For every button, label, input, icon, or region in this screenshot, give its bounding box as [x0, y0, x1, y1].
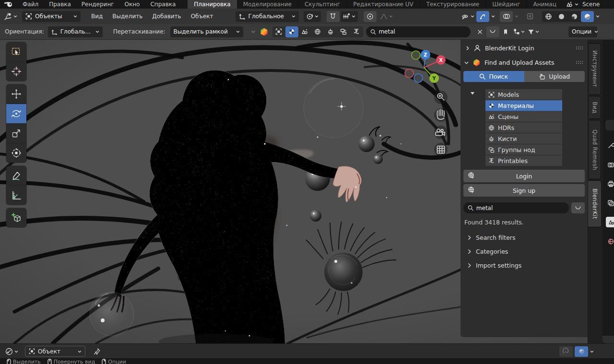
scene-selector[interactable]: Scene [566, 1, 600, 8]
workspace-tab-sculpting[interactable]: Скульптинг [298, 0, 347, 9]
falloff-dropdown[interactable] [378, 11, 395, 22]
asset-type-row-materials[interactable]: Материалы [485, 100, 562, 111]
tab-view[interactable]: Вид [589, 96, 601, 119]
asset-type-models-button[interactable] [272, 26, 285, 37]
tab-upload[interactable]: Upload [524, 71, 585, 82]
asset-type-scenes-button[interactable] [298, 26, 311, 37]
search-input[interactable] [378, 28, 466, 35]
sidebar-search-field[interactable] [463, 202, 569, 213]
asset-type-brushes-button[interactable] [324, 26, 337, 37]
menu-window[interactable]: Окно [119, 0, 145, 9]
asset-type-nodegroups-button[interactable] [337, 26, 350, 37]
properties-tab-output[interactable] [605, 178, 614, 189]
asset-type-row-models[interactable]: Models [485, 89, 562, 100]
chevron-down-icon[interactable] [590, 350, 594, 353]
filter-dropdown[interactable] [528, 29, 539, 35]
proportional-falloff-button[interactable] [559, 346, 573, 357]
signup-button[interactable]: Sign up [463, 184, 585, 197]
asset-type-row-scenes[interactable]: Сцены [485, 111, 562, 122]
menu-edit[interactable]: Правка [44, 0, 76, 9]
zoom-button[interactable] [434, 91, 448, 104]
tool-move[interactable] [6, 84, 26, 104]
bottom-mode-dropdown[interactable]: Объект [25, 346, 85, 357]
tool-transform[interactable] [6, 143, 26, 163]
asset-type-row-brushes[interactable]: Кисти [485, 133, 562, 144]
tool-scale[interactable] [6, 124, 26, 143]
active-shading-button[interactable] [575, 346, 588, 357]
workspace-tab-modeling[interactable]: Моделирование [237, 0, 298, 9]
overlays-toggle[interactable] [500, 11, 513, 22]
visibility-dropdown[interactable] [461, 13, 474, 20]
asset-type-row-hdrs[interactable]: HDRs [485, 122, 562, 133]
workspace-tab-shading[interactable]: Шейдинг [486, 0, 527, 9]
workspace-tab-animation[interactable]: Анимац [527, 0, 562, 9]
properties-tab-tool[interactable] [605, 140, 614, 151]
gizmos-toggle[interactable] [476, 11, 489, 22]
pan-hand-button[interactable] [434, 108, 448, 122]
editor-type-button[interactable] [4, 12, 17, 21]
login-button[interactable]: Login [463, 170, 585, 182]
panel-drag-handle[interactable] [576, 60, 583, 64]
menu-add[interactable]: Добавить [147, 13, 186, 20]
section-categories[interactable]: Categories [467, 248, 508, 255]
tool-3d-cursor[interactable] [6, 62, 26, 81]
workspace-tab-texture[interactable]: Текстурирование [420, 0, 486, 9]
panel-drag-handle[interactable] [576, 46, 583, 50]
properties-tab-scene[interactable] [606, 217, 614, 227]
search-history-button[interactable] [571, 202, 585, 213]
snap-toggle[interactable] [327, 11, 340, 22]
bottom-editor-type-button[interactable] [5, 347, 18, 356]
xray-toggle[interactable] [523, 11, 536, 22]
shading-solid-button[interactable] [555, 11, 568, 22]
chevron-down-icon[interactable] [596, 14, 600, 18]
asset-type-row-nodegroups[interactable]: Группы нод [485, 144, 562, 155]
camera-view-button[interactable] [434, 126, 448, 139]
workspace-tab-uv[interactable]: Редактирование UV [347, 0, 420, 9]
tab-quad-remesh[interactable]: Quad Remesh [589, 120, 601, 179]
properties-tab-world[interactable] [605, 236, 614, 247]
disclosure-triangle-icon[interactable] [470, 91, 475, 95]
panel-blenderkit-login[interactable]: BlenderKit Login [460, 43, 588, 53]
chevron-down-icon[interactable] [491, 14, 495, 18]
properties-tab-render[interactable] [605, 159, 614, 170]
hierarchy-dropdown[interactable] [513, 28, 525, 35]
transform-orientation-dropdown[interactable]: Глобальное [236, 11, 299, 22]
asset-type-row-printables[interactable]: Printables [485, 155, 562, 166]
tool-annotate[interactable] [6, 166, 26, 186]
menu-help[interactable]: Справка [145, 0, 181, 9]
options-dropdown[interactable]: Опции [568, 26, 597, 37]
tool-add-cube[interactable] [6, 208, 26, 227]
tool-rotate[interactable] [6, 104, 26, 124]
shading-rendered-button[interactable] [581, 11, 594, 22]
grid-ortho-button[interactable] [434, 143, 448, 156]
chevron-down-icon[interactable] [515, 14, 519, 18]
search-curve-button[interactable] [486, 26, 499, 37]
shading-wireframe-button[interactable] [542, 11, 555, 22]
workspace-tab-layout[interactable]: Планировка [188, 0, 236, 9]
snap-settings-dropdown[interactable] [341, 11, 358, 22]
properties-tab-viewlayer[interactable] [605, 198, 614, 208]
pivot-point-dropdown[interactable] [304, 11, 321, 22]
chevron-down-icon[interactable] [251, 29, 256, 34]
shading-material-button[interactable] [568, 11, 581, 22]
proportional-edit-toggle[interactable] [364, 11, 377, 22]
asset-type-printables-button[interactable] [350, 26, 363, 37]
menu-select[interactable]: Выделить [107, 13, 147, 20]
menu-file[interactable]: Файл [17, 0, 44, 9]
header-search-field[interactable] [366, 26, 471, 37]
mode-selector[interactable]: Объекты [22, 11, 81, 22]
tab-tool[interactable]: Инструмент [589, 43, 601, 95]
clear-search-button[interactable] [473, 26, 486, 37]
section-import-settings[interactable]: Import settings [467, 262, 521, 269]
menu-view[interactable]: Вид [86, 13, 107, 20]
asset-type-materials-button[interactable] [285, 26, 298, 37]
pin-icon[interactable] [93, 348, 101, 355]
tool-measure[interactable] [6, 186, 26, 205]
bookmark-button[interactable] [499, 26, 512, 37]
tool-box-select[interactable] [6, 42, 26, 62]
panel-find-upload-assets[interactable]: Find and Upload Assets [460, 58, 588, 67]
orientation-value-dropdown[interactable]: Глобаль... [48, 26, 103, 37]
menu-object[interactable]: Объект [186, 13, 218, 20]
tab-search[interactable]: Поиск [463, 71, 524, 82]
sidebar-search-input[interactable] [476, 205, 565, 211]
